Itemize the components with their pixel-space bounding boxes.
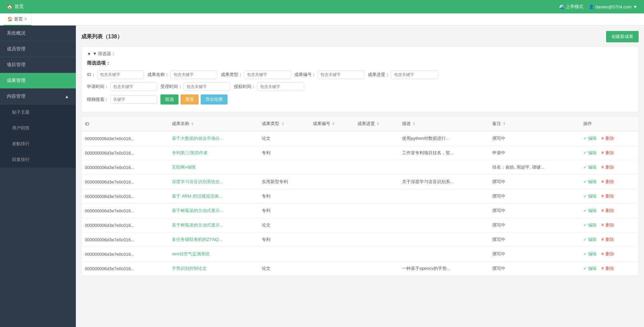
delete-button[interactable]: ✕ 删除 [601,194,614,199]
result-name-link[interactable]: 基于树莓派的主动式显示... [172,208,224,213]
table-row: 000000006d3e7e0c016... 多任务级联卷积的ZYNQ... 专… [82,233,638,247]
cell-remark: 撰写中 [489,233,580,247]
user-item[interactable]: 👤 davies@5704.com ▼ [589,4,637,9]
export-button[interactable]: 导出结果 [201,94,228,105]
result-name-link[interactable]: 互联网+铜奖 [172,165,196,170]
filter-input-apply-time[interactable] [110,82,157,91]
filter-input-result-name[interactable] [170,70,217,79]
edit-button[interactable]: ✓ 编辑 [583,179,597,184]
filter-row-3: 模糊搜索： 筛选 重置 导出结果 [87,94,633,105]
cell-name: 基于大数据的就业市场分... [168,131,259,146]
filter-field-id: ID： [87,70,144,79]
sidebar-item-content-management[interactable]: 内容管理 ▲ [0,89,76,105]
result-name-link[interactable]: 手势识别控制论文 [172,266,207,271]
delete-button[interactable]: ✕ 删除 [601,179,614,184]
sidebar-item-post-ranking[interactable]: 发帖排行 [0,136,76,152]
cell-number [309,247,354,261]
sidebar-item-label: 成果管理 [7,78,26,83]
sidebar-item-member-management[interactable]: 成员管理 [0,41,76,57]
god-mode-item[interactable]: 🌊 上帝模式 [559,4,583,10]
filter-input-accept-time[interactable] [184,82,231,91]
result-name-link[interactable]: 基于大数据的就业市场分... [172,136,224,141]
result-name-link[interactable]: 专利第三/第四作者 [172,150,208,155]
cell-id: 000000006d3e7e0c016... [82,131,168,146]
sidebar-item-topic-management[interactable]: 贴子主题 [0,105,76,120]
cell-actions: ✓ 编辑 ✕ 删除 [580,146,639,160]
cell-description [399,233,489,247]
sidebar-item-label: 成员管理 [7,46,26,51]
create-result-button[interactable]: 创建新成果 [606,31,639,42]
filter-input-result-number[interactable] [317,70,364,79]
cell-type: 专利 [258,204,309,218]
col-result-type[interactable]: 成果类型 ⇕ [258,117,309,131]
filter-input-id[interactable] [97,70,144,79]
filter-label-result-progress: 成果进度： [368,72,390,78]
sidebar-item-label: 用户回答 [12,125,30,130]
col-result-number[interactable]: 成果编号 ⇕ [309,117,354,131]
filter-input-result-type[interactable] [244,70,291,79]
cell-description: 使用python对数据进行... [399,131,489,146]
delete-button[interactable]: ✕ 删除 [601,266,614,271]
table-body: 000000006d3e7e0c016... 基于大数据的就业市场分... 论文… [82,131,638,276]
result-name-link[interactable]: stm32空气监测系统 [172,251,210,256]
cell-number [309,146,354,160]
edit-button[interactable]: ✓ 编辑 [583,150,597,155]
top-nav-home-label[interactable]: 首页 [14,4,24,10]
edit-button[interactable]: ✓ 编辑 [583,237,597,242]
filter-input-fuzzy[interactable] [110,95,157,104]
tab-close-icon[interactable]: ✕ [24,17,27,21]
cell-id: 000000006d3e7e0c016... [82,160,168,175]
sidebar-item-project-management[interactable]: 项目管理 [0,57,76,73]
cell-actions: ✓ 编辑 ✕ 删除 [580,218,639,233]
tab-home[interactable]: 🏠 首页 ✕ [3,13,32,26]
col-description[interactable]: 描述 ⇕ [399,117,489,131]
result-name-link[interactable]: 多任务级联卷积的ZYNQ... [172,237,222,242]
tab-bar: 🏠 首页 ✕ [0,13,644,26]
edit-button[interactable]: ✓ 编辑 [583,251,597,256]
sidebar-item-user-reply[interactable]: 用户回答 [0,120,76,136]
cell-number [309,261,354,276]
top-nav-left: 🏠 首页 [7,4,24,10]
reset-button[interactable]: 重置 [181,94,199,105]
delete-button[interactable]: ✕ 删除 [601,222,614,228]
delete-button[interactable]: ✕ 删除 [601,237,614,242]
cell-progress [354,204,399,218]
result-name-link[interactable]: 深度学习语音识别系统在... [172,179,224,184]
filter-toggle[interactable]: ▼ ▼ 筛选器： [87,51,633,57]
cell-progress [354,160,399,175]
sidebar-item-system-overview[interactable]: 系统概况 [0,26,76,41]
edit-button[interactable]: ✓ 编辑 [583,194,597,199]
delete-button[interactable]: ✕ 删除 [601,208,614,213]
col-remark[interactable]: 备注 ⇕ [489,117,580,131]
edit-button[interactable]: ✓ 编辑 [583,136,597,141]
sort-icon: ⇕ [502,122,506,126]
filter-field-auth-time: 授权时间： [234,82,304,91]
col-result-progress[interactable]: 成果进度 ⇕ [354,117,399,131]
filter-input-result-progress[interactable] [391,70,438,79]
edit-button[interactable]: ✓ 编辑 [583,222,597,228]
cell-number [309,131,354,146]
cell-progress [354,175,399,189]
sidebar-item-reply-ranking[interactable]: 回复排行 [0,152,76,168]
edit-button[interactable]: ✓ 编辑 [583,165,597,170]
table-row: 000000006d3e7e0c016... 基于大数据的就业市场分... 论文… [82,131,638,146]
sidebar-sub-content: 贴子主题 用户回答 发帖排行 回复排行 [0,105,76,168]
delete-button[interactable]: ✕ 删除 [601,150,614,155]
god-mode-icon: 🌊 [559,4,564,9]
sort-icon: ⇕ [280,122,284,126]
filter-button[interactable]: 筛选 [160,94,179,105]
cell-description [399,218,489,233]
cell-actions: ✓ 编辑 ✕ 删除 [580,189,639,204]
delete-button[interactable]: ✕ 删除 [601,136,614,141]
result-name-link[interactable]: 基于树莓派的主动式显示... [172,222,224,228]
delete-button[interactable]: ✕ 删除 [601,251,614,256]
delete-button[interactable]: ✕ 删除 [601,165,614,170]
filter-input-auth-time[interactable] [257,82,304,91]
col-result-name[interactable]: 成果名称 ⇕ [168,117,259,131]
edit-button[interactable]: ✓ 编辑 [583,266,597,271]
sidebar-item-label: 项目管理 [7,62,26,67]
chevron-up-icon: ▲ [64,94,69,99]
sidebar-item-result-management[interactable]: 成果管理 [0,73,76,89]
edit-button[interactable]: ✓ 编辑 [583,208,597,213]
result-name-link[interactable]: 基于 ARM 的过视泥流体... [172,194,222,199]
